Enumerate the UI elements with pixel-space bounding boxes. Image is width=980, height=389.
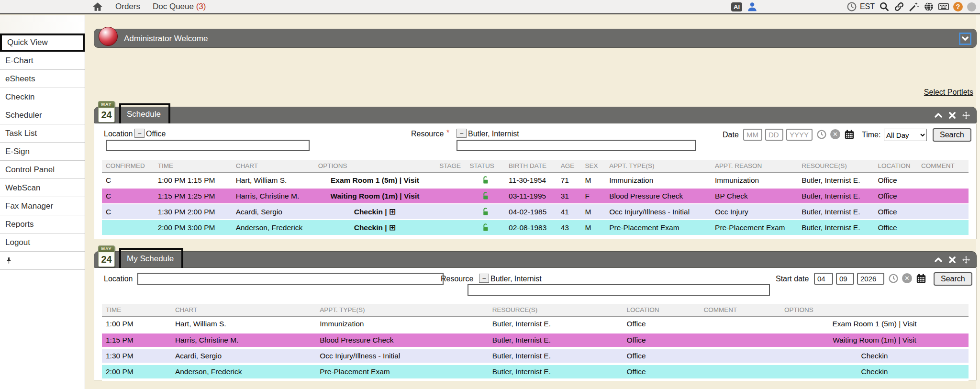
options-links[interactable]: Checkin | ⊞ [314,204,436,220]
schedule-portlet: MAY 24 Schedule Location − Office Resour… [94,107,977,239]
boxed-plus-icon[interactable]: ⊞ [389,207,396,216]
select-portlets-link[interactable]: Select Portlets [924,88,973,97]
start-date-label: Start date [776,275,809,283]
clock-icon[interactable] [846,1,857,12]
location-input[interactable] [137,273,444,285]
options-links[interactable]: Exam Room 1 (5m) | Visit [780,316,969,332]
table-row: C 1:00 PM 1:15 PM Hart, William S. Exam … [102,172,969,188]
schedule-portlet-title: Schedule [119,103,170,125]
sidebar-item-logout[interactable]: Logout [0,233,85,252]
close-icon[interactable] [948,256,957,264]
time-select[interactable]: All Day [884,129,927,141]
my-schedule-portlet-title: My Schedule [119,248,183,270]
col-location: LOCATION [874,160,918,172]
sidebar-item-checkin[interactable]: Checkin [0,88,85,106]
options-links[interactable]: Checkin | ⊞ [314,220,436,235]
my-schedule-portlet: MAY 24 My Schedule Location Resource − B… [94,251,977,380]
move-icon[interactable] [962,111,970,120]
help-icon[interactable]: ? [953,2,963,11]
time-picker-icon[interactable] [816,129,827,140]
col-chart: CHART [232,160,314,172]
wand-icon[interactable] [909,1,919,12]
date-day-input[interactable] [765,129,783,141]
link-icon[interactable] [894,1,904,12]
location-collapse-button[interactable]: − [134,129,145,138]
unlock-icon[interactable] [481,191,490,200]
sidebar-item-fax-manager[interactable]: Fax Manager [0,197,85,215]
col-chart: CHART [171,304,316,316]
calendar-date-icon: MAY 24 [98,101,115,122]
home-icon[interactable] [92,1,103,12]
my-schedule-table-header: TIME CHART APPT. TYPE(S) RESOURCE(S) LOC… [102,304,969,316]
user-icon[interactable] [747,1,757,12]
options-links[interactable]: Waiting Room (1m) | Visit [780,332,969,348]
options-links[interactable]: Exam Room 1 (5m) | Visit [314,172,436,188]
sidebar-item-e-sign[interactable]: E-Sign [0,143,85,161]
boxed-plus-icon[interactable]: ⊞ [389,223,396,232]
ai-badge[interactable]: AI [731,2,742,11]
calendar-picker-icon[interactable] [916,273,926,284]
my-schedule-portlet-header[interactable]: MAY 24 My Schedule [94,251,977,268]
table-row: 1:00 PM Hart, William S. Immunization Bu… [102,316,969,332]
start-date-day-input[interactable] [836,273,854,285]
location-input[interactable] [106,140,310,151]
doc-queue-label: Doc Queue [153,2,194,11]
calendar-date-icon: MAY 24 [98,245,115,267]
unlock-icon[interactable] [481,223,490,232]
calendar-picker-icon[interactable] [844,129,855,140]
move-icon[interactable] [962,256,970,264]
calendar-day-label: 24 [99,252,114,267]
date-year-input[interactable] [786,129,813,141]
col-age: AGE [557,160,581,172]
sidebar-item-reports[interactable]: Reports [0,215,85,233]
start-date-year-input[interactable] [857,273,884,285]
resource-collapse-button[interactable]: − [457,129,467,138]
col-stage: STAGE [435,160,466,172]
top-bar: Orders Doc Queue (3) AI EST ? [0,0,980,14]
table-row: 1:30 PM Acardi, Sergio Occ Injury/Illnes… [102,348,969,364]
location-label: Location [104,275,133,283]
schedule-search-button[interactable]: Search [933,128,971,142]
col-options: OPTIONS [314,160,436,172]
welcome-collapse-button[interactable] [959,33,971,45]
sidebar-item-task-list[interactable]: Task List [0,124,85,143]
resource-value: Butler, Internist [490,275,542,283]
table-row: 1:15 PM Harris, Christine M. Blood Press… [102,332,969,348]
date-month-input[interactable] [743,129,762,141]
breadcrumb-doc-queue[interactable]: Doc Queue (3) [153,2,206,11]
sidebar-item-e-chart[interactable]: E-Chart [0,52,85,70]
table-row: 2:00 PM 3:00 PM Anderson, Frederick Chec… [102,220,969,235]
start-date-month-input[interactable] [814,273,833,285]
sidebar-item-scheduler[interactable]: Scheduler [0,106,85,124]
resource-input[interactable] [457,140,696,151]
schedule-portlet-header[interactable]: MAY 24 Schedule [94,107,977,123]
globe-icon[interactable] [924,1,934,12]
breadcrumb-orders[interactable]: Orders [115,2,140,11]
resource-input[interactable] [468,284,770,296]
status-circle-icon [967,2,976,11]
unlock-icon[interactable] [481,176,490,185]
sidebar-item-control-panel[interactable]: Control Panel [0,161,85,179]
time-picker-icon[interactable] [888,273,899,284]
clear-date-icon[interactable]: ✕ [830,129,840,139]
collapse-icon[interactable] [934,256,943,264]
my-schedule-portlet-body: Location Resource − Butler, Internist St… [94,268,977,380]
sidebar-item-quick-view[interactable]: Quick View [0,33,85,52]
search-icon[interactable] [879,1,890,12]
unlock-icon[interactable] [481,207,490,216]
sidebar-pin-item[interactable] [0,252,85,270]
sidebar-item-webscan[interactable]: WebScan [0,179,85,197]
options-links[interactable]: Checkin [780,348,969,364]
keyboard-icon[interactable] [938,1,949,12]
resource-collapse-button[interactable]: − [479,274,489,283]
doc-queue-count: (3) [196,2,206,11]
col-appt-types: APPT. TYPE(S) [316,304,488,316]
resource-value: Butler, Internist [468,130,519,138]
options-links[interactable]: Checkin [780,364,969,379]
sidebar-item-esheets[interactable]: eSheets [0,70,85,88]
close-icon[interactable] [948,111,957,120]
collapse-icon[interactable] [934,111,943,120]
my-schedule-search-button[interactable]: Search [934,272,972,286]
clear-date-icon[interactable]: ✕ [902,273,912,283]
options-links[interactable]: Waiting Room (1m) | Visit [314,188,436,204]
